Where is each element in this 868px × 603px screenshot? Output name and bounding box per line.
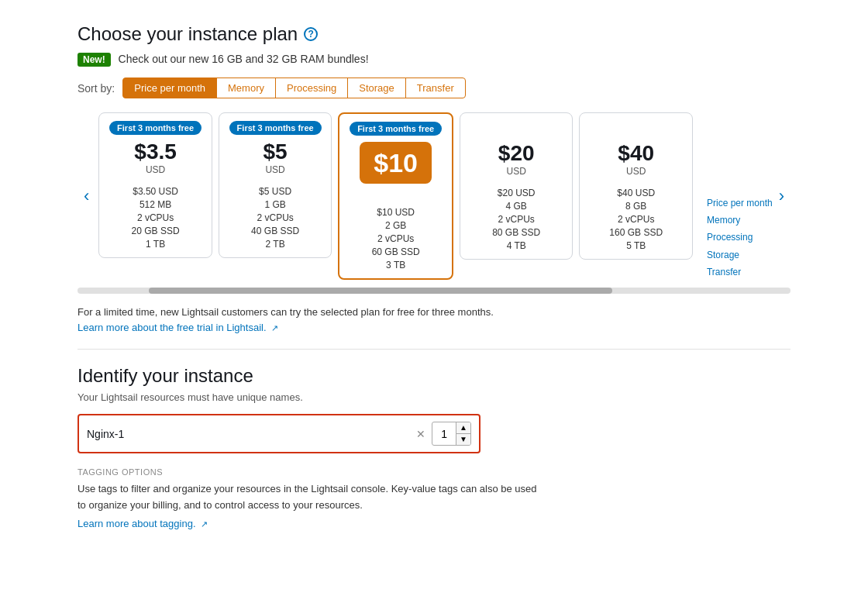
legend-transfer: Transfer xyxy=(707,265,773,280)
new-badge: New! xyxy=(78,53,111,67)
identify-title: Identify your instance xyxy=(78,365,790,387)
prev-arrow[interactable]: ‹ xyxy=(78,186,95,206)
legend-col: Price per month Memory Processing Storag… xyxy=(707,188,773,280)
plan-card-20[interactable]: $20 USD $20 USD 4 GB 2 vCPUs 80 GB SSD 4… xyxy=(460,112,574,260)
plan-card-3-5[interactable]: First 3 months free $3.5 USD $3.50 USD 5… xyxy=(98,112,212,258)
instance-count-stepper[interactable]: ▲ ▼ xyxy=(432,422,471,446)
free-trial-note: For a limited time, new Lightsail custom… xyxy=(78,306,790,318)
plan-card-10[interactable]: First 3 months free $10 USD $10 USD 2 GB… xyxy=(338,112,453,280)
plan-badge-5: First 3 months free xyxy=(229,121,322,135)
plan-badge-3-5: First 3 months free xyxy=(109,121,202,135)
help-icon[interactable]: ? xyxy=(304,27,318,41)
tagging-link[interactable]: Learn more about tagging. ↗ xyxy=(78,518,208,529)
plan-price-5: $5 xyxy=(264,141,288,163)
sort-tab-processing[interactable]: Processing xyxy=(275,78,348,98)
sort-bar: Sort by: Price per month Memory Processi… xyxy=(78,78,790,98)
tagging-text: Use tags to filter and organize your res… xyxy=(78,481,542,514)
stepper-down[interactable]: ▼ xyxy=(456,434,470,445)
promo-text: Check out our new 16 GB and 32 GB RAM bu… xyxy=(119,53,369,65)
plan-card-5[interactable]: First 3 months free $5 USD $5 USD 1 GB 2… xyxy=(219,112,332,258)
plan-price-3-5: $3.5 xyxy=(134,141,177,163)
promo-row: New! Check out our new 16 GB and 32 GB R… xyxy=(78,53,790,65)
sort-tab-transfer[interactable]: Transfer xyxy=(405,78,466,98)
plan-currency-3-5: USD xyxy=(146,164,165,175)
tagging-label: TAGGING OPTIONS xyxy=(78,467,790,477)
plan-currency-40: USD xyxy=(626,166,646,177)
plan-currency-20: USD xyxy=(507,166,526,177)
scrollbar-track[interactable] xyxy=(78,288,790,294)
plan-price-40: $40 xyxy=(618,143,654,164)
legend-storage: Storage xyxy=(707,248,773,263)
clear-icon[interactable]: ✕ xyxy=(416,428,425,440)
sort-tab-price[interactable]: Price per month xyxy=(122,78,217,98)
legend-processing: Processing xyxy=(707,230,773,245)
plan-details-5: $5 USD 1 GB 2 vCPUs 40 GB SSD 2 TB xyxy=(251,186,299,250)
legend-price: Price per month xyxy=(707,196,773,211)
sort-label: Sort by: xyxy=(78,82,115,95)
stepper-arrows: ▲ ▼ xyxy=(456,422,470,445)
plan-currency-5: USD xyxy=(265,164,284,175)
scrollbar-thumb xyxy=(149,288,612,294)
page-title: Choose your instance plan xyxy=(78,23,298,45)
instance-name-input[interactable] xyxy=(87,428,410,440)
legend-memory: Memory xyxy=(707,213,773,228)
plan-badge-10: First 3 months free xyxy=(350,122,442,136)
plan-card-40[interactable]: $40 USD $40 USD 8 GB 2 vCPUs 160 GB SSD … xyxy=(579,112,693,260)
plan-price-20: $20 xyxy=(498,143,535,164)
free-trial-link[interactable]: Learn more about the free trial in Light… xyxy=(78,322,278,333)
plan-details-3-5: $3.50 USD 512 MB 2 vCPUs 20 GB SSD 1 TB xyxy=(132,186,180,250)
plan-details-20: $20 USD 4 GB 2 vCPUs 80 GB SSD 4 TB xyxy=(492,188,540,251)
external-link-icon: ↗ xyxy=(271,323,278,333)
plan-details-40: $40 USD 8 GB 2 vCPUs 160 GB SSD 5 TB xyxy=(609,188,663,251)
plans-wrapper: First 3 months free $3.5 USD $3.50 USD 5… xyxy=(95,112,696,280)
plan-currency-10: USD xyxy=(386,185,405,196)
instance-count-input[interactable] xyxy=(432,426,456,442)
plan-details-10: $10 USD 2 GB 2 vCPUs 60 GB SSD 3 TB xyxy=(372,207,420,270)
stepper-up[interactable]: ▲ xyxy=(456,422,470,434)
plans-container: ‹ First 3 months free $3.5 USD $3.50 USD… xyxy=(78,112,790,280)
sort-tab-storage[interactable]: Storage xyxy=(347,78,406,98)
sort-tab-memory[interactable]: Memory xyxy=(216,78,276,98)
sort-tabs: Price per month Memory Processing Storag… xyxy=(122,78,466,98)
instance-name-row: ✕ ▲ ▼ xyxy=(78,414,480,453)
identify-subtitle: Your Lightsail resources must have uniqu… xyxy=(78,391,790,403)
tagging-external-link-icon: ↗ xyxy=(201,519,208,529)
section-divider xyxy=(78,349,790,350)
next-arrow[interactable]: › xyxy=(773,186,790,206)
plan-price-10: $10 xyxy=(360,142,432,184)
